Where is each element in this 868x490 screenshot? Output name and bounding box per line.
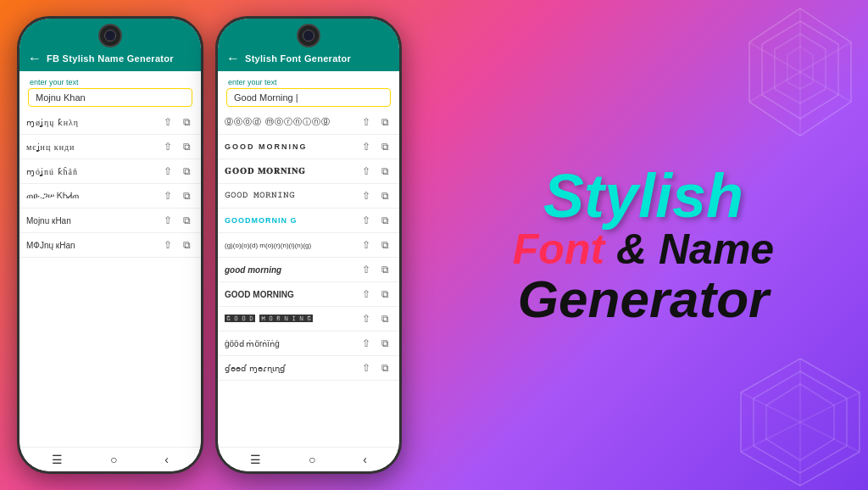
font-text-a10: ġööḋ ṁörṅïṅġ [225,339,359,348]
phone-1-screen: ← FB Stylish Name Generator enter your t… [19,19,201,471]
font-actions-a6: ⇧ ⧉ [359,237,392,253]
list-item: мєʝнц кнди ⇧ ⧉ [19,135,201,159]
share-icon-a3[interactable]: ⇧ [359,164,374,179]
share-icon-a5[interactable]: ⇧ [359,213,374,228]
font-text-a6: (g)(o)(o)(d) m(o)(r)(n)(i)(n)(g) [225,242,359,249]
list-item: ⓖⓞⓞⓓ ⓜⓞⓡⓝⓘⓝⓖ ⇧ ⧉ [218,110,399,135]
list-item: ɱøʝηų ƙнλη ⇧ ⧉ [19,110,201,135]
copy-icon-4[interactable]: ⧉ [179,188,194,203]
share-icon-a4[interactable]: ⇧ [359,188,374,203]
font-text-6: MФJnų кHan [26,241,160,250]
brand-line2: Font & Name [513,226,774,273]
nav-back-1[interactable]: ‹ [164,453,169,466]
brand-font-word: Font [513,226,604,273]
font-actions-a5: ⇧ ⧉ [359,213,392,228]
font-actions-a9: ⇧ ⧉ [359,311,392,326]
font-actions-a1: ⇧ ⧉ [359,114,392,130]
share-icon-a6[interactable]: ⇧ [359,237,374,253]
copy-icon-a3[interactable]: ⧉ [377,164,392,179]
app-2-input-label: enter your text [226,78,391,86]
list-item: 𝐆𝐎𝐎𝐃 𝐌𝐎𝐑𝐍𝐈𝐍𝐆 ⇧ ⧉ [218,159,399,184]
font-actions-4: ⇧ ⧉ [160,188,194,203]
font-actions-a10: ⇧ ⧉ [359,336,392,351]
font-text-a11: ɠɵɵɗ ɱɵɾɳɩɳɠ [225,364,359,373]
font-actions-5: ⇧ ⧉ [160,213,194,228]
back-arrow-2[interactable]: ← [226,51,240,66]
share-icon-5[interactable]: ⇧ [160,213,175,228]
nav-menu-1[interactable]: ☰ [52,453,63,466]
app-2-title: Stylish Font Generator [245,53,351,64]
app-1-nav: ☰ ○ ‹ [19,447,201,471]
brand-line3: Generator [518,273,769,326]
share-icon-a7[interactable]: ⇧ [359,262,374,277]
font-text-3: ɱóʝnú ƙĥâñ [26,167,160,176]
list-item: GOODMORNIN G ⇧ ⧉ [218,209,399,233]
font-actions-1: ⇧ ⧉ [160,114,194,130]
phone-2-camera [297,24,320,47]
list-item: ጠፁ.ጋሠ ᏦᏂᏗጠ ⇧ ⧉ [19,184,201,209]
app-1-input-label: enter your text [28,78,192,86]
font-text-1: ɱøʝηų ƙнλη [26,118,160,127]
share-icon-1[interactable]: ⇧ [160,114,175,130]
nav-home-1[interactable]: ○ [110,453,117,466]
font-actions-a2: ⇧ ⧉ [359,139,392,154]
share-icon-a9[interactable]: ⇧ [359,311,374,326]
share-icon-3[interactable]: ⇧ [160,164,175,179]
copy-icon-a9[interactable]: ⧉ [377,311,392,326]
back-arrow-1[interactable]: ← [28,51,42,66]
copy-icon-2[interactable]: ⧉ [179,139,194,154]
list-item: ɱóʝnú ƙĥâñ ⇧ ⧉ [19,159,201,184]
app-2-font-list: ⓖⓞⓞⓓ ⓜⓞⓡⓝⓘⓝⓖ ⇧ ⧉ GOOD MORNING ⇧ ⧉ 𝐆𝐎𝐎𝐃 𝐌… [218,110,399,447]
font-actions-a3: ⇧ ⧉ [359,164,392,179]
copy-icon-a4[interactable]: ⧉ [377,188,392,203]
copy-icon-a8[interactable]: ⧉ [377,287,392,302]
font-text-a4: 𝙶𝙾𝙾𝙳 𝙼𝙾𝚁𝙽𝙸𝙽𝙶 [225,192,359,200]
nav-home-2[interactable]: ○ [309,453,315,466]
share-icon-a2[interactable]: ⇧ [359,139,374,154]
font-text-a5: GOODMORNIN G [225,216,359,225]
app-1-font-list: ɱøʝηų ƙнλη ⇧ ⧉ мєʝнц кнди ⇧ ⧉ ɱóʝnú ƙĥâñ [19,110,201,447]
font-actions-a7: ⇧ ⧉ [359,262,392,277]
share-icon-a8[interactable]: ⇧ [359,287,374,302]
app-2-nav: ☰ ○ ‹ [218,447,399,471]
copy-icon-a6[interactable]: ⧉ [377,237,392,253]
list-item: good morning ⇧ ⧉ [218,258,399,282]
share-icon-a11[interactable]: ⇧ [359,360,374,376]
share-icon-6[interactable]: ⇧ [160,237,175,253]
font-text-a1: ⓖⓞⓞⓓ ⓜⓞⓡⓝⓘⓝⓖ [225,116,359,128]
app-2-input-area: enter your text Good Morning | [218,71,399,110]
list-item: GOOD MORNING ⇧ ⧉ [218,282,399,307]
copy-icon-a10[interactable]: ⧉ [377,336,392,351]
share-icon-4[interactable]: ⇧ [160,188,175,203]
list-item: 🅶🅾🅾🅳 🅼🅾🆁🅽🅸🅽🅶 ⇧ ⧉ [218,307,399,331]
copy-icon-6[interactable]: ⧉ [179,237,194,253]
phone-2: ← Stylish Font Generator enter your text… [215,16,402,474]
phone-2-screen: ← Stylish Font Generator enter your text… [218,19,399,471]
copy-icon-1[interactable]: ⧉ [179,114,194,130]
app-1-text-input[interactable]: Mojnu Khan [28,88,192,107]
copy-icon-a11[interactable]: ⧉ [377,360,392,376]
copy-icon-5[interactable]: ⧉ [179,213,194,228]
font-text-a9: 🅶🅾🅾🅳 🅼🅾🆁🅽🅸🅽🅶 [225,315,359,323]
copy-icon-a5[interactable]: ⧉ [377,213,392,228]
copy-icon-a1[interactable]: ⧉ [377,114,392,130]
share-icon-2[interactable]: ⇧ [160,139,175,154]
share-icon-a10[interactable]: ⇧ [359,336,374,351]
app-1-input-area: enter your text Mojnu Khan [19,71,201,110]
font-text-5: Mojnu кHan [26,216,160,226]
font-actions-a4: ⇧ ⧉ [359,188,392,203]
font-text-a3: 𝐆𝐎𝐎𝐃 𝐌𝐎𝐑𝐍𝐈𝐍𝐆 [225,166,359,176]
list-item: (g)(o)(o)(d) m(o)(r)(n)(i)(n)(g) ⇧ ⧉ [218,233,399,258]
brand-line1: Stylish [543,165,743,226]
copy-icon-a2[interactable]: ⧉ [377,139,392,154]
nav-back-2[interactable]: ‹ [363,453,367,466]
phones-area: ← FB Stylish Name Generator enter your t… [0,0,419,490]
share-icon-a1[interactable]: ⇧ [359,114,374,130]
list-item: GOOD MORNING ⇧ ⧉ [218,135,399,159]
app-2-text-input[interactable]: Good Morning | [226,88,391,107]
copy-icon-3[interactable]: ⧉ [179,164,194,179]
phone-1-camera [98,24,122,47]
font-text-a2: GOOD MORNING [225,142,359,151]
nav-menu-2[interactable]: ☰ [250,453,261,466]
copy-icon-a7[interactable]: ⧉ [377,262,392,277]
